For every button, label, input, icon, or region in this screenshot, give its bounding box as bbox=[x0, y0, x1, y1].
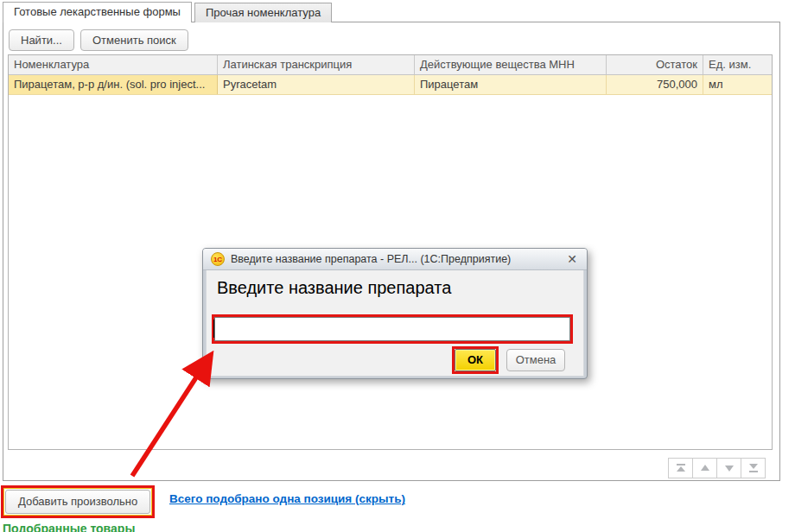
tab-bar: Готовые лекарственные формы Прочая номен… bbox=[3, 2, 332, 22]
cancel-search-button[interactable]: Отменить поиск bbox=[80, 29, 188, 51]
dialog-body: Введите название препарата ОК Отмена bbox=[206, 270, 584, 377]
column-header-inn[interactable]: Действующие вещества МНН bbox=[415, 55, 607, 74]
tab-other-nomenclature[interactable]: Прочая номенклатура bbox=[194, 3, 332, 22]
add-arbitrary-button[interactable]: Добавить произвольно bbox=[5, 490, 150, 514]
column-header-balance[interactable]: Остаток bbox=[607, 55, 703, 74]
enter-drug-name-dialog: 1С Введите название препарата - РЕЛ... (… bbox=[202, 248, 588, 379]
move-to-bottom-icon bbox=[747, 463, 760, 473]
move-down-button[interactable] bbox=[716, 458, 741, 478]
move-down-icon bbox=[723, 463, 735, 473]
picked-goods-label: Подобранные товары bbox=[3, 522, 135, 532]
drug-name-input-annotation bbox=[212, 314, 573, 344]
dialog-title-bar[interactable]: 1С Введите название препарата - РЕЛ... (… bbox=[203, 249, 587, 270]
add-button-annotation: Добавить произвольно bbox=[1, 485, 155, 518]
move-to-top-button[interactable] bbox=[668, 458, 693, 478]
move-up-button[interactable] bbox=[692, 458, 717, 478]
drug-name-input[interactable] bbox=[214, 317, 570, 341]
cell-latin[interactable]: Pyracetam bbox=[218, 75, 415, 94]
dialog-heading: Введите название препарата bbox=[217, 278, 451, 298]
cell-nomenclature[interactable]: Пирацетам, р-р д/ин. (sol. pro inject... bbox=[9, 75, 218, 94]
move-to-top-icon bbox=[675, 463, 687, 473]
close-icon[interactable]: ✕ bbox=[565, 253, 579, 265]
move-to-bottom-button[interactable] bbox=[741, 458, 766, 478]
cell-balance[interactable]: 750,000 bbox=[607, 75, 703, 94]
cancel-button[interactable]: Отмена bbox=[506, 349, 565, 371]
1c-logo-icon: 1С bbox=[211, 252, 225, 266]
column-header-nomenclature[interactable]: Номенклатура bbox=[9, 55, 218, 74]
find-button[interactable]: Найти... bbox=[9, 29, 74, 51]
ok-button[interactable]: ОК bbox=[455, 349, 496, 371]
table-header-row: Номенклатура Латинская транскрипция Дейс… bbox=[9, 55, 772, 75]
column-header-unit[interactable]: Ед. изм. bbox=[703, 55, 772, 74]
cell-unit[interactable]: мл bbox=[703, 75, 772, 94]
selection-summary-link[interactable]: Всего подобрано одна позиция (скрыть) bbox=[169, 492, 405, 505]
dialog-title: Введите название препарата - РЕЛ... (1С:… bbox=[231, 253, 559, 265]
table-row[interactable]: Пирацетам, р-р д/ин. (sol. pro inject...… bbox=[9, 75, 772, 95]
ok-button-annotation: ОК bbox=[452, 346, 499, 374]
row-move-toolbar bbox=[669, 458, 766, 478]
text-caret bbox=[213, 320, 214, 338]
move-up-icon bbox=[699, 463, 711, 473]
column-header-latin[interactable]: Латинская транскрипция bbox=[218, 55, 415, 74]
tab-ready-dosage-forms[interactable]: Готовые лекарственные формы bbox=[3, 2, 192, 22]
cell-inn[interactable]: Пирацетам bbox=[415, 75, 607, 94]
